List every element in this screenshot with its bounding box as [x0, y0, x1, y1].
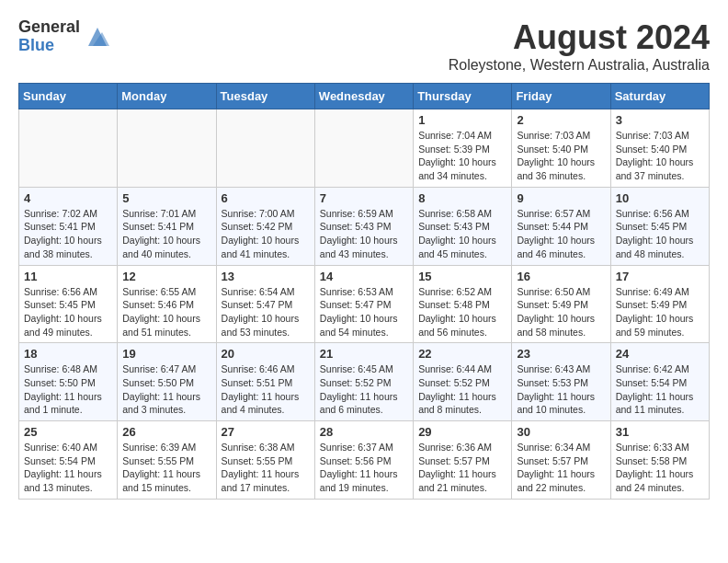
day-number: 3	[616, 113, 704, 127]
cell-content: Sunrise: 6:49 AM Sunset: 5:49 PM Dayligh…	[616, 285, 704, 339]
cell-content: Sunrise: 6:56 AM Sunset: 5:45 PM Dayligh…	[616, 207, 704, 261]
cell-content: Sunrise: 6:40 AM Sunset: 5:54 PM Dayligh…	[24, 441, 112, 495]
calendar-cell: 18Sunrise: 6:48 AM Sunset: 5:50 PM Dayli…	[19, 343, 118, 421]
calendar-cell: 9Sunrise: 6:57 AM Sunset: 5:44 PM Daylig…	[512, 187, 610, 265]
calendar-cell: 11Sunrise: 6:56 AM Sunset: 5:45 PM Dayli…	[19, 265, 118, 343]
calendar-cell: 8Sunrise: 6:58 AM Sunset: 5:43 PM Daylig…	[414, 187, 512, 265]
day-number: 15	[418, 270, 506, 283]
day-number: 30	[517, 425, 605, 439]
day-number: 9	[517, 191, 605, 205]
cell-content: Sunrise: 6:52 AM Sunset: 5:48 PM Dayligh…	[418, 285, 506, 339]
calendar-cell	[314, 109, 413, 188]
cell-content: Sunrise: 6:37 AM Sunset: 5:56 PM Dayligh…	[320, 441, 408, 495]
cell-content: Sunrise: 6:53 AM Sunset: 5:47 PM Dayligh…	[320, 285, 408, 339]
day-number: 8	[418, 191, 506, 205]
cell-content: Sunrise: 7:00 AM Sunset: 5:42 PM Dayligh…	[222, 207, 310, 261]
cell-content: Sunrise: 6:39 AM Sunset: 5:55 PM Dayligh…	[122, 441, 210, 495]
logo-icon	[84, 23, 111, 51]
day-header-tuesday: Tuesday	[216, 84, 314, 109]
calendar-cell: 21Sunrise: 6:45 AM Sunset: 5:52 PM Dayli…	[314, 343, 413, 421]
day-number: 2	[517, 113, 605, 127]
calendar-cell: 15Sunrise: 6:52 AM Sunset: 5:48 PM Dayli…	[414, 265, 512, 343]
calendar-cell: 25Sunrise: 6:40 AM Sunset: 5:54 PM Dayli…	[19, 421, 118, 500]
calendar-cell: 19Sunrise: 6:47 AM Sunset: 5:50 PM Dayli…	[118, 343, 216, 421]
calendar-header-row: SundayMondayTuesdayWednesdayThursdayFrid…	[19, 84, 710, 109]
day-number: 12	[122, 270, 210, 283]
calendar-cell: 12Sunrise: 6:55 AM Sunset: 5:46 PM Dayli…	[118, 265, 216, 343]
day-number: 14	[320, 270, 408, 283]
cell-content: Sunrise: 7:03 AM Sunset: 5:40 PM Dayligh…	[517, 129, 605, 183]
day-number: 29	[418, 425, 506, 439]
day-number: 7	[320, 191, 408, 205]
calendar-cell: 22Sunrise: 6:44 AM Sunset: 5:52 PM Dayli…	[414, 343, 512, 421]
day-number: 28	[320, 425, 408, 439]
day-header-thursday: Thursday	[414, 84, 512, 109]
cell-content: Sunrise: 6:50 AM Sunset: 5:49 PM Dayligh…	[517, 285, 605, 339]
calendar-cell	[118, 109, 216, 188]
day-number: 5	[122, 191, 210, 205]
calendar-cell: 1Sunrise: 7:04 AM Sunset: 5:39 PM Daylig…	[414, 109, 512, 188]
day-number: 13	[222, 270, 310, 283]
day-number: 23	[517, 347, 605, 361]
location-subtitle: Roleystone, Western Australia, Australia	[449, 57, 710, 74]
day-header-friday: Friday	[512, 84, 610, 109]
day-number: 25	[24, 425, 112, 439]
day-number: 24	[616, 347, 704, 361]
calendar-table: SundayMondayTuesdayWednesdayThursdayFrid…	[18, 83, 710, 500]
calendar-cell: 6Sunrise: 7:00 AM Sunset: 5:42 PM Daylig…	[216, 187, 314, 265]
calendar-week-row: 4Sunrise: 7:02 AM Sunset: 5:41 PM Daylig…	[19, 187, 710, 265]
day-number: 27	[222, 425, 310, 439]
day-number: 4	[24, 191, 112, 205]
cell-content: Sunrise: 6:56 AM Sunset: 5:45 PM Dayligh…	[24, 285, 112, 339]
cell-content: Sunrise: 6:57 AM Sunset: 5:44 PM Dayligh…	[517, 207, 605, 261]
cell-content: Sunrise: 6:47 AM Sunset: 5:50 PM Dayligh…	[122, 362, 210, 417]
cell-content: Sunrise: 7:01 AM Sunset: 5:41 PM Dayligh…	[122, 207, 210, 261]
calendar-cell: 2Sunrise: 7:03 AM Sunset: 5:40 PM Daylig…	[512, 109, 610, 188]
page-header: General Blue August 2024 Roleystone, Wes…	[18, 18, 710, 74]
calendar-cell: 3Sunrise: 7:03 AM Sunset: 5:40 PM Daylig…	[610, 109, 709, 188]
calendar-cell: 17Sunrise: 6:49 AM Sunset: 5:49 PM Dayli…	[610, 265, 709, 343]
calendar-cell: 14Sunrise: 6:53 AM Sunset: 5:47 PM Dayli…	[314, 265, 413, 343]
calendar-cell	[19, 109, 118, 188]
logo-general-text: General	[18, 18, 80, 37]
calendar-week-row: 18Sunrise: 6:48 AM Sunset: 5:50 PM Dayli…	[19, 343, 710, 421]
day-header-monday: Monday	[118, 84, 216, 109]
calendar-cell: 20Sunrise: 6:46 AM Sunset: 5:51 PM Dayli…	[216, 343, 314, 421]
cell-content: Sunrise: 6:46 AM Sunset: 5:51 PM Dayligh…	[222, 362, 310, 417]
day-number: 21	[320, 347, 408, 361]
cell-content: Sunrise: 6:48 AM Sunset: 5:50 PM Dayligh…	[24, 362, 112, 417]
cell-content: Sunrise: 7:02 AM Sunset: 5:41 PM Dayligh…	[24, 207, 112, 261]
calendar-cell: 5Sunrise: 7:01 AM Sunset: 5:41 PM Daylig…	[118, 187, 216, 265]
cell-content: Sunrise: 6:33 AM Sunset: 5:58 PM Dayligh…	[616, 441, 704, 495]
calendar-cell: 29Sunrise: 6:36 AM Sunset: 5:57 PM Dayli…	[414, 421, 512, 500]
cell-content: Sunrise: 6:36 AM Sunset: 5:57 PM Dayligh…	[418, 441, 506, 495]
calendar-cell: 28Sunrise: 6:37 AM Sunset: 5:56 PM Dayli…	[314, 421, 413, 500]
day-number: 1	[418, 113, 506, 127]
title-block: August 2024 Roleystone, Western Australi…	[449, 18, 710, 74]
day-header-wednesday: Wednesday	[314, 84, 413, 109]
calendar-cell: 30Sunrise: 6:34 AM Sunset: 5:57 PM Dayli…	[512, 421, 610, 500]
day-number: 11	[24, 270, 112, 283]
day-number: 17	[616, 270, 704, 283]
cell-content: Sunrise: 6:54 AM Sunset: 5:47 PM Dayligh…	[222, 285, 310, 339]
calendar-cell: 7Sunrise: 6:59 AM Sunset: 5:43 PM Daylig…	[314, 187, 413, 265]
calendar-cell: 31Sunrise: 6:33 AM Sunset: 5:58 PM Dayli…	[610, 421, 709, 500]
day-number: 6	[222, 191, 310, 205]
calendar-cell: 10Sunrise: 6:56 AM Sunset: 5:45 PM Dayli…	[610, 187, 709, 265]
logo-blue-text: Blue	[18, 37, 80, 55]
cell-content: Sunrise: 6:42 AM Sunset: 5:54 PM Dayligh…	[616, 362, 704, 417]
cell-content: Sunrise: 6:58 AM Sunset: 5:43 PM Dayligh…	[418, 207, 506, 261]
day-number: 26	[122, 425, 210, 439]
day-header-saturday: Saturday	[610, 84, 709, 109]
day-number: 20	[222, 347, 310, 361]
cell-content: Sunrise: 6:38 AM Sunset: 5:55 PM Dayligh…	[222, 441, 310, 495]
calendar-cell: 24Sunrise: 6:42 AM Sunset: 5:54 PM Dayli…	[610, 343, 709, 421]
day-number: 19	[122, 347, 210, 361]
cell-content: Sunrise: 6:34 AM Sunset: 5:57 PM Dayligh…	[517, 441, 605, 495]
calendar-cell: 16Sunrise: 6:50 AM Sunset: 5:49 PM Dayli…	[512, 265, 610, 343]
calendar-cell: 4Sunrise: 7:02 AM Sunset: 5:41 PM Daylig…	[19, 187, 118, 265]
day-number: 22	[418, 347, 506, 361]
calendar-cell	[216, 109, 314, 188]
calendar-cell: 23Sunrise: 6:43 AM Sunset: 5:53 PM Dayli…	[512, 343, 610, 421]
day-header-sunday: Sunday	[19, 84, 118, 109]
